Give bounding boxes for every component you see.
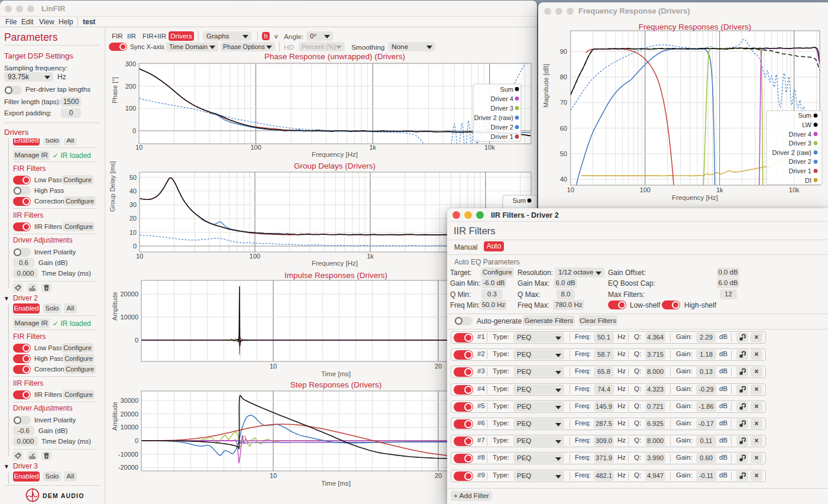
- svg-text:20000: 20000: [120, 290, 138, 298]
- svg-text:Time [ms]: Time [ms]: [321, 480, 351, 487]
- svg-text:-10000: -10000: [118, 451, 138, 458]
- svg-text:Magnitude [dB]: Magnitude [dB]: [542, 64, 549, 108]
- svg-text:40: 40: [130, 188, 137, 195]
- svg-text:90: 90: [560, 48, 567, 55]
- svg-text:DI: DI: [805, 177, 811, 184]
- svg-text:-20000: -20000: [118, 464, 138, 471]
- svg-text:10: 10: [135, 144, 143, 151]
- svg-text:10: 10: [136, 253, 143, 260]
- svg-text:Amplitude: Amplitude: [111, 402, 118, 431]
- svg-text:100: 100: [250, 144, 261, 151]
- svg-text:1k: 1k: [369, 144, 376, 151]
- svg-text:200: 200: [125, 83, 136, 90]
- svg-text:50: 50: [560, 150, 567, 157]
- svg-text:Group Delays (Drivers): Group Delays (Drivers): [294, 161, 376, 170]
- svg-text:Frequency [Hz]: Frequency [Hz]: [312, 260, 358, 267]
- svg-text:Impulse Responses (Drivers): Impulse Responses (Drivers): [284, 271, 387, 280]
- svg-text:Driver 2: Driver 2: [490, 124, 513, 131]
- svg-text:Sum: Sum: [500, 86, 513, 93]
- svg-text:Time [ms]: Time [ms]: [321, 370, 351, 377]
- svg-text:0: 0: [133, 243, 137, 250]
- svg-text:Frequency [Hz]: Frequency [Hz]: [312, 151, 358, 158]
- svg-text:LW: LW: [802, 121, 811, 128]
- svg-text:Driver 4: Driver 4: [490, 95, 513, 102]
- svg-text:70: 70: [560, 99, 567, 106]
- svg-text:Frequency Responses (Drivers): Frequency Responses (Drivers): [639, 22, 752, 31]
- svg-text:Sum: Sum: [798, 112, 811, 119]
- svg-text:Driver 2: Driver 2: [788, 158, 811, 165]
- svg-text:30000: 30000: [120, 397, 138, 404]
- svg-text:30: 30: [130, 201, 137, 208]
- svg-text:Driver 3: Driver 3: [490, 105, 513, 112]
- svg-text:300: 300: [125, 60, 136, 67]
- svg-text:80: 80: [560, 73, 567, 80]
- svg-text:DEM AUDIO: DEM AUDIO: [43, 492, 85, 499]
- svg-text:10000: 10000: [120, 424, 138, 431]
- svg-text:20: 20: [435, 472, 442, 479]
- svg-text:Phase Response (unwrapped) (Dr: Phase Response (unwrapped) (Drivers): [264, 52, 405, 61]
- svg-text:Sum: Sum: [512, 197, 526, 204]
- svg-text:60: 60: [560, 125, 567, 132]
- svg-text:0: 0: [135, 437, 138, 444]
- svg-text:40: 40: [560, 176, 567, 183]
- svg-text:10: 10: [270, 472, 277, 479]
- svg-text:20: 20: [435, 363, 442, 370]
- svg-text:Frequency [Hz]: Frequency [Hz]: [672, 194, 718, 201]
- svg-text:Step Responses (Drivers): Step Responses (Drivers): [290, 380, 382, 389]
- svg-text:1k: 1k: [367, 253, 374, 260]
- svg-text:10: 10: [130, 229, 137, 236]
- svg-text:Driver 4: Driver 4: [788, 131, 811, 138]
- svg-text:1k: 1k: [716, 186, 723, 193]
- svg-text:0: 0: [135, 337, 138, 344]
- svg-text:Phase [°]: Phase [°]: [111, 77, 118, 104]
- svg-text:20000: 20000: [120, 411, 138, 418]
- svg-text:Driver 2 (raw): Driver 2 (raw): [474, 114, 513, 121]
- svg-text:50: 50: [130, 174, 137, 181]
- svg-text:10: 10: [270, 363, 277, 370]
- svg-text:100: 100: [125, 105, 136, 112]
- svg-text:0: 0: [132, 127, 136, 134]
- svg-text:20: 20: [130, 215, 137, 222]
- svg-text:100: 100: [250, 253, 260, 260]
- svg-text:100: 100: [640, 186, 651, 193]
- svg-text:Driver 1: Driver 1: [788, 167, 811, 175]
- svg-text:Driver 3: Driver 3: [788, 140, 811, 147]
- svg-text:Group Delay [ms]: Group Delay [ms]: [109, 161, 116, 212]
- svg-text:Driver 2 (raw): Driver 2 (raw): [772, 149, 811, 156]
- svg-text:10: 10: [567, 186, 574, 193]
- svg-text:10000: 10000: [120, 314, 138, 321]
- svg-text:10k: 10k: [484, 144, 495, 151]
- svg-text:10k: 10k: [789, 186, 800, 193]
- svg-text:Driver 1: Driver 1: [490, 133, 513, 140]
- svg-text:Amplitude: Amplitude: [111, 292, 118, 321]
